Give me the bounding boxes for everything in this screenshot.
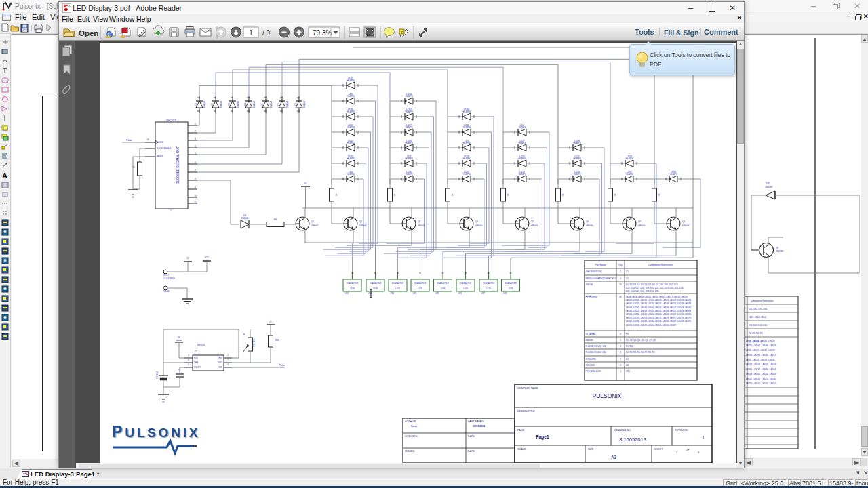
svg-text:LED10 , LED17 , LED24 , LED31: LED10 , LED17 , LED24 , LED31 [746,368,776,371]
svg-text:HLMP4: HLMP4 [463,157,471,160]
svg-text:Q1: Q1 [311,220,314,223]
svg-text:5V: 5V [186,257,189,260]
svg-text:LION: LION [373,287,378,290]
svg-text:CHECKED:: CHECKED: [405,435,418,438]
svg-text:LED31, LED32, LED33, LED34, LE: LED31, LED32, LED33, LED34, LED35, LED36… [626,302,692,305]
svg-text:2N2222: 2N2222 [638,224,646,226]
svg-text:PULSE: PULSE [163,290,170,293]
svg-text:C3: C3 [228,103,231,106]
svg-text:2: 2 [227,354,229,357]
svg-text:HLMP4: HLMP4 [519,157,526,160]
svg-text:Q1, Q2, Q3, Q4, Q5, Q6, Q7, Q8: Q1, Q2, Q3, Q4, Q5, Q6, Q7, Q8 [626,339,656,342]
svg-text:AUTHOR:: AUTHOR: [405,420,416,423]
svg-text:2N2222: 2N2222 [776,250,783,253]
svg-text:1: 1 [702,434,705,441]
svg-text:R: R [452,194,454,197]
svg-text:R11: R11 [275,339,279,342]
svg-text:LED21, LED22, LED23, LED24, LE: LED21, LED22, LED23, LED24, LED25, LED26… [626,299,692,302]
svg-text:1N4148: 1N4148 [586,283,593,286]
svg-text:C5: C5 [261,103,264,106]
svg-text:LED8 , LED15 , LED22 , LED29: LED8 , LED15 , LED22 , LED29 [746,349,775,352]
svg-text:44HC4040(SO16): 44HC4040(SO16) [586,270,602,273]
svg-text:U2: U2 [195,350,197,353]
svg-text:HR1: HR1 [345,292,349,295]
svg-text:Q5: Q5 [531,220,534,223]
svg-text:2N2222: 2N2222 [475,224,483,226]
svg-text:HLMP4: HLMP4 [347,173,355,176]
svg-text:HR2: HR2 [368,292,372,295]
svg-text:Q9: Q9 [776,247,778,249]
svg-text:HR3: HR3 [391,292,395,295]
svg-text:CHARACTER: CHARACTER [370,282,381,285]
svg-text:RST: RST [194,357,198,359]
svg-text:LION: LION [441,287,446,290]
svg-text:Q7: Q7 [638,220,641,223]
svg-text:2N2222: 2N2222 [531,224,538,226]
svg-text:HR8: HR8 [503,292,507,295]
svg-text:CHARACTER: CHARACTER [437,282,448,285]
svg-text:NE555S: NE555S [197,344,205,346]
svg-text:HLMP4: HLMP4 [519,142,526,144]
svg-text:LED36 , LED43 , LED50 , LED57: LED36 , LED43 , LED50 , LED57 [746,354,776,357]
svg-text:D31, D32, D33, D34,: D31, D32, D33, D34, [749,308,768,310]
svg-text:1N4148: 1N4148 [303,100,306,108]
svg-text:LION: LION [486,287,491,290]
svg-text:79.3%: 79.3% [313,29,332,37]
svg-text:LED81, LED82, LED83, LED84, LE: LED81, LED82, LED83, LED84, LED85, LED86… [626,320,692,323]
svg-text:2N2222: 2N2222 [418,224,425,226]
svg-text:1: 1 [620,277,621,280]
svg-text:A: A [2,171,7,180]
svg-text:HLMP4: HLMP4 [463,126,471,129]
svg-text:LED61, LED62, LED63, LED64, LE: LED61, LED62, LED63, LED64, LED65, LED66… [626,313,692,316]
svg-text:5V: 5V [304,182,307,185]
svg-text:C4: C4 [244,103,247,106]
svg-text:5V: 5V [269,321,272,323]
svg-text:HR6: HR6 [458,292,462,295]
svg-text:1N4148: 1N4148 [253,100,256,108]
svg-text:11: 11 [195,201,197,203]
svg-text:Q2: Q2 [359,220,362,223]
svg-text:Q6: Q6 [586,220,589,223]
svg-text:LED7 , LED14 , LED21 , LED28: LED7 , LED14 , LED21 , LED28 [746,340,775,342]
svg-text:COMPANY NAME:: COMPANY NAME: [517,387,539,390]
svg-text:D37: D37 [766,182,770,185]
svg-text:HLMP4: HLMP4 [519,126,526,129]
svg-text:CHARACTER: CHARACTER [414,282,426,285]
svg-text:R10 10K: R10 10K [253,339,256,347]
svg-text:Steve: Steve [411,425,417,428]
svg-text:HR4: HR4 [413,292,417,295]
svg-text:CHARACTER: CHARACTER [392,282,403,285]
svg-text:4: 4 [195,145,196,148]
svg-text:HLMP4: HLMP4 [406,95,413,98]
svg-text:R9: R9 [274,218,277,221]
svg-text:7: 7 [195,169,196,172]
svg-text:LION: LION [395,287,400,290]
svg-text:1N4148: 1N4148 [765,186,772,188]
svg-text:5: 5 [188,363,189,366]
svg-text:U1: U1 [626,358,629,361]
svg-text:DISC: DISC [218,361,223,364]
svg-text:+: + [169,376,170,379]
svg-text:ISSUED:: ISSUED: [405,450,415,453]
svg-text:LION: LION [509,287,513,290]
svg-text:R: R [562,194,564,197]
svg-text:2: 2 [620,345,621,348]
svg-text:R: R [336,194,338,197]
svg-text:HLMP4: HLMP4 [463,142,471,144]
svg-text:LED11 , LED18 , LED25 , LED32: LED11 , LED18 , LED25 , LED32 [746,378,776,380]
svg-text:CLOCK ENABLE: CLOCK ENABLE [157,147,172,150]
svg-text:1N4148: 1N4148 [203,100,206,108]
svg-text:2N2222: 2N2222 [586,339,593,342]
svg-text:5V 5A RAIL: 5V 5A RAIL [586,333,597,336]
svg-text:5,6 4.8 WIDE: 5,6 4.8 WIDE [163,277,175,280]
svg-text:HLMP4: HLMP4 [574,142,581,144]
svg-text:HLMP4: HLMP4 [670,173,677,176]
svg-text:C2: C2 [211,103,214,106]
svg-text:TRIG: TRIG [218,357,223,359]
svg-text:HLMP4: HLMP4 [347,95,355,98]
svg-text:LAST SAVED:: LAST SAVED: [468,420,484,423]
svg-text:D15, D16, D17, D18, D19, D20,: D15, D16, D17, D18, D19, D20, D21, D22, … [626,287,684,289]
svg-text:U1: U1 [170,209,172,212]
svg-text:8.16052013: 8.16052013 [619,436,646,443]
svg-text:R1, R10: R1, R10 [626,345,633,348]
